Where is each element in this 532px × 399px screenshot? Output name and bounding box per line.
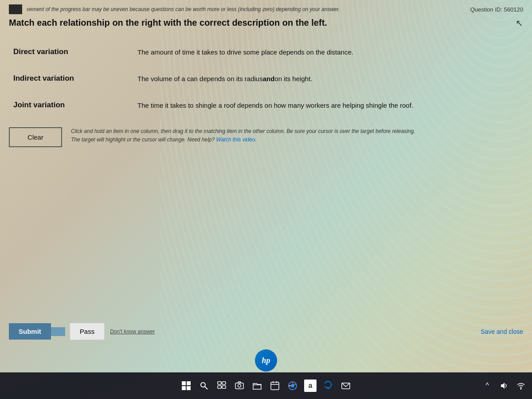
taskbar-mail-icon[interactable] [339,379,353,393]
right-item-2[interactable]: The volume of a can depends on its radiu… [133,65,523,92]
clear-button[interactable]: Clear [9,127,62,147]
svg-rect-22 [222,386,226,388]
top-bar: vement of the progress bar may be uneven… [9,4,523,14]
hp-logo: hp [255,349,277,372]
watch-video-link[interactable]: Watch this video. [216,137,257,143]
taskbar-wifi-icon[interactable] [514,379,528,392]
taskbar-calendar-icon[interactable] [268,379,282,393]
svg-point-35 [520,388,521,389]
taskbar-right: ^ [481,379,528,392]
svg-rect-13 [182,381,186,385]
svg-rect-20 [222,382,226,384]
dark-rect [9,4,22,14]
taskbar-explorer-icon[interactable] [250,379,264,393]
left-column: Direct variation Indirect variation Join… [9,39,133,118]
svg-rect-27 [271,382,279,390]
svg-point-17 [201,383,205,387]
taskbar-a-icon[interactable]: a [303,379,317,393]
taskbar-tray-arrow[interactable]: ^ [481,379,494,392]
svg-rect-15 [182,386,186,390]
question-title: Match each relationship on the right wit… [9,18,523,28]
cursor-icon: ↖ [516,18,523,28]
svg-rect-14 [187,381,191,385]
taskbar-icons: a [179,379,353,393]
taskbar-edge-icon[interactable] [321,379,335,393]
pass-button[interactable]: Pass [70,323,105,340]
svg-point-24 [238,384,241,387]
taskbar-taskview-icon[interactable] [215,379,229,393]
dont-know-link[interactable]: Don't know answer [110,329,155,335]
svg-rect-19 [218,382,221,384]
taskbar-camera-icon[interactable] [232,379,246,393]
svg-line-18 [205,387,207,389]
left-item-joint[interactable]: Joint variation [9,92,133,118]
taskbar-browser-icon[interactable] [286,379,300,393]
taskbar-search-icon[interactable] [197,379,211,393]
svg-marker-34 [501,383,505,389]
taskbar: a ^ [0,372,532,399]
svg-point-32 [291,384,294,387]
right-item-1[interactable]: The amount of time it takes to drive som… [133,39,523,65]
svg-rect-16 [187,386,191,390]
left-item-direct[interactable]: Direct variation [9,39,133,65]
progress-note: vement of the progress bar may be uneven… [27,6,470,12]
taskbar-start-button[interactable] [179,379,193,393]
instructions-area: Clear Click and hold an item in one colu… [9,127,523,147]
question-id: Question ID: 560120 [470,6,523,13]
save-close-link[interactable]: Save and close [481,328,523,335]
instructions-text: Click and hold an item in one column, th… [71,127,415,144]
taskbar-speaker-icon[interactable] [497,379,511,392]
svg-rect-21 [218,386,221,388]
svg-rect-25 [238,382,241,383]
hp-logo-area: hp [255,349,277,372]
left-item-indirect[interactable]: Indirect variation [9,65,133,92]
matching-container: Direct variation Indirect variation Join… [9,39,523,118]
skip-area [51,327,65,336]
bottom-action-bar: Submit Pass Don't know answer Save and c… [0,319,532,344]
right-item-3[interactable]: The time it takes to shingle a roof depe… [133,92,523,118]
right-column: The amount of time it takes to drive som… [133,39,523,118]
submit-button[interactable]: Submit [9,323,51,340]
